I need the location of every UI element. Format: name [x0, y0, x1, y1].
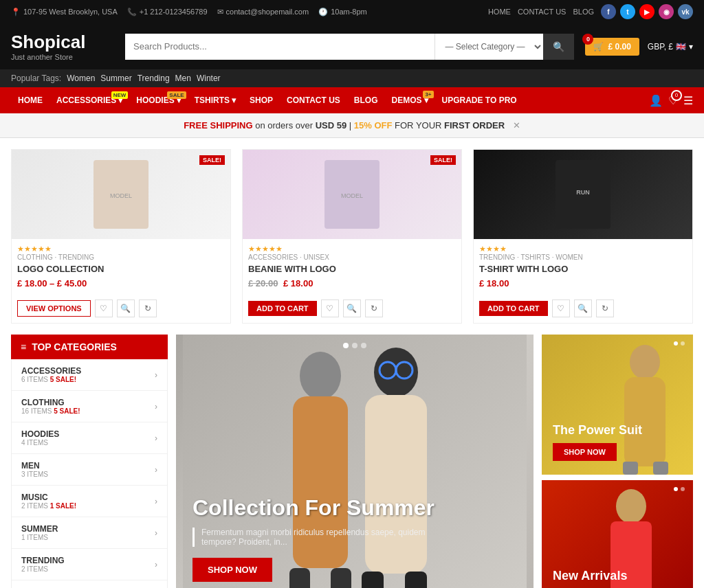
chevron-right-icon: ›: [155, 370, 157, 380]
banner-content: Collection For Summer Fermentum magni mo…: [192, 495, 434, 582]
svg-rect-22: [653, 462, 668, 475]
product-name-3: T-SHIRT WITH LOGO: [479, 264, 687, 274]
currency-selector[interactable]: GBP, £ 🇬🇧 ▾: [648, 42, 693, 52]
popular-tags-bar: Popular Tags: Women Summer Trending Men …: [0, 69, 704, 87]
product-image-2: MODEL: [243, 150, 461, 239]
nav-demos[interactable]: DEMOS ▾ 3+: [385, 87, 435, 113]
nav-contact[interactable]: CONTACT US: [280, 87, 347, 113]
right-banner-shop-button-1[interactable]: SHOP NOW: [553, 443, 617, 461]
right-banner-content-2: New Arrivals GET IT NOW!!: [553, 569, 627, 588]
header-right: 0 🛒 £ 0.00 GBP, £ 🇬🇧 ▾: [585, 38, 693, 56]
user-icon-button[interactable]: 👤: [649, 94, 663, 107]
wishlist-icon-1[interactable]: ♡: [95, 299, 113, 317]
sidebar-item-accessories[interactable]: ACCESSORIES 6 ITEMS 5 SALE! ›: [12, 359, 167, 391]
category-select[interactable]: — Select Category — Accessories Clothing…: [434, 34, 543, 60]
search-icon-2[interactable]: 🔍: [343, 299, 361, 317]
chevron-right-icon: ›: [155, 497, 157, 506]
nav-home[interactable]: HOME: [11, 87, 50, 113]
nav-hoodies[interactable]: HOODIES ▾ SALE: [129, 87, 187, 113]
sidebar-item-trending[interactable]: TRENDING 2 ITEMS ›: [12, 549, 167, 580]
banner-dot-1[interactable]: [343, 343, 349, 348]
facebook-icon[interactable]: f: [601, 4, 616, 19]
chevron-right-icon: ›: [155, 433, 157, 443]
top-bar-left: 📍 107-95 West Brooklyn, USA 📞 +1 212-012…: [11, 8, 367, 16]
right-banner-1[interactable]: The Power Suit SHOP NOW: [542, 335, 693, 475]
product-name-1: LOGO COLLECTION: [17, 264, 225, 274]
promo-text4: FOR YOUR: [395, 120, 444, 131]
search-icon-3[interactable]: 🔍: [574, 299, 592, 317]
sidebar-item-tshirts[interactable]: TSHIRTS 6 ITEMS ›: [12, 580, 167, 588]
right-banner-2-dots: [674, 487, 685, 491]
sidebar-item-music[interactable]: MUSIC 2 ITEMS 1 SALE! ›: [12, 486, 167, 517]
cart-button[interactable]: 0 🛒 £ 0.00: [585, 38, 639, 56]
nav-accessories[interactable]: ACCESSORIES ▾ NEW: [50, 87, 129, 113]
wishlist-icon-button[interactable]: ♡ 0: [668, 94, 678, 107]
svg-text:MODEL: MODEL: [110, 192, 132, 199]
tag-summer[interactable]: Summer: [100, 74, 131, 83]
sidebar-item-summer[interactable]: SUMMER 1 ITEMS ›: [12, 517, 167, 549]
phone: 📞 +1 212-0123456789: [127, 8, 208, 16]
sale-badge-1: SALE!: [199, 155, 225, 165]
tag-women[interactable]: Women: [67, 74, 95, 83]
instagram-icon[interactable]: ◉: [659, 4, 674, 19]
sidebar-list: ACCESSORIES 6 ITEMS 5 SALE! › CLOTHING 1…: [11, 359, 168, 588]
menu-icon-button[interactable]: ☰: [683, 94, 693, 107]
nav-tshirts[interactable]: TSHIRTS ▾: [188, 87, 243, 113]
product-image-1: MODEL: [12, 150, 230, 239]
add-to-cart-button-3[interactable]: ADD TO CART: [479, 301, 548, 316]
banner-dot-3[interactable]: [361, 343, 366, 348]
sidebar-header: ≡ TOP CATEGORIES: [11, 335, 168, 359]
svg-rect-21: [623, 462, 638, 475]
wishlist-icon-3[interactable]: ♡: [552, 299, 570, 317]
hours: 🕐 10am-8pm: [318, 8, 367, 16]
compare-icon-3[interactable]: ↻: [596, 299, 614, 317]
banner-shop-now-button[interactable]: SHOP NOW: [192, 558, 272, 582]
svg-text:RUN: RUN: [576, 189, 590, 196]
list-icon: ≡: [21, 341, 26, 352]
search-icon-1[interactable]: 🔍: [117, 299, 135, 317]
tag-trending[interactable]: Trending: [138, 74, 170, 83]
promo-separator: |: [349, 120, 354, 131]
sidebar: ≡ TOP CATEGORIES ACCESSORIES 6 ITEMS 5 S…: [11, 335, 168, 588]
view-options-button-1[interactable]: VIEW OPTIONS: [17, 300, 91, 317]
tag-men[interactable]: Men: [175, 74, 191, 83]
compare-icon-1[interactable]: ↻: [139, 299, 157, 317]
nav-upgrade[interactable]: UPGRADE TO PRO: [435, 87, 524, 113]
flag-icon: 🇬🇧: [676, 42, 686, 52]
promo-banner: FREE SHIPPING on orders over USD 59 | 15…: [0, 113, 704, 138]
product-category-2: ACCESSORIES · UNISEX: [248, 253, 456, 261]
sidebar-item-men[interactable]: MEN 3 ITEMS ›: [12, 454, 167, 486]
product-info-1: ★★★★★ CLOTHING · TRENDING LOGO COLLECTIO…: [12, 239, 230, 299]
vk-icon[interactable]: vk: [678, 4, 693, 19]
right-banner-title-2: New Arrivals: [553, 569, 627, 583]
nav-shop[interactable]: SHOP: [243, 87, 280, 113]
compare-icon-2[interactable]: ↻: [365, 299, 383, 317]
product-price-1: £ 18.00 – £ 45.00: [17, 278, 225, 289]
email: ✉ contact@shopemail.com: [217, 8, 309, 16]
search-button[interactable]: 🔍: [543, 34, 574, 60]
tag-winter[interactable]: Winter: [197, 74, 221, 83]
promo-close-button[interactable]: ✕: [513, 120, 520, 131]
sidebar-item-hoodies[interactable]: HOODIES 4 ITEMS ›: [12, 422, 167, 454]
right-banner-2[interactable]: New Arrivals GET IT NOW!!: [542, 480, 693, 588]
main-nav: HOME ACCESSORIES ▾ NEW HOODIES ▾ SALE TS…: [0, 87, 704, 113]
product-price-3: £ 18.00: [479, 278, 687, 289]
nav-blog[interactable]: BLOG: [347, 87, 385, 113]
twitter-icon[interactable]: t: [620, 4, 635, 19]
promo-amount: USD 59: [316, 120, 347, 131]
banner-dot-2[interactable]: [352, 343, 358, 348]
cart-price: £ 0.00: [608, 42, 630, 52]
chevron-right-icon: ›: [155, 528, 157, 538]
social-icons: f t ▶ ◉ vk: [601, 4, 693, 19]
add-to-cart-button-2[interactable]: ADD TO CART: [248, 301, 317, 316]
nav-blog-link[interactable]: BLOG: [573, 8, 594, 16]
nav-contact-link[interactable]: CONTACT US: [518, 8, 566, 16]
wishlist-icon-2[interactable]: ♡: [321, 299, 339, 317]
search-input[interactable]: [125, 34, 434, 60]
currency-label: GBP, £: [648, 42, 673, 52]
nav-home-link[interactable]: HOME: [488, 8, 511, 16]
youtube-icon[interactable]: ▶: [639, 4, 654, 19]
svg-point-24: [616, 489, 646, 523]
sidebar-item-clothing[interactable]: CLOTHING 16 ITEMS 5 SALE! ›: [12, 391, 167, 422]
right-banners: The Power Suit SHOP NOW: [542, 335, 693, 588]
